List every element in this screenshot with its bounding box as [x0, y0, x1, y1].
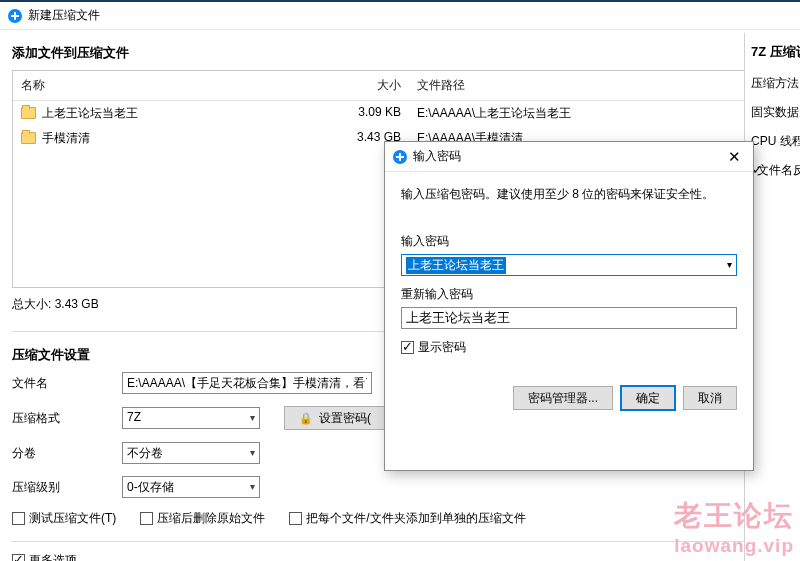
- format-combo[interactable]: 7Z▾: [122, 407, 260, 429]
- column-size[interactable]: 大小: [341, 71, 409, 100]
- encrypt-filename-checkbox[interactable]: 文件名反: [751, 162, 794, 179]
- chevron-down-icon: ▾: [250, 481, 255, 492]
- cancel-button[interactable]: 取消: [683, 386, 737, 410]
- app-icon: [8, 9, 22, 23]
- folder-icon: [21, 132, 36, 144]
- chevron-down-icon: ▾: [250, 412, 255, 423]
- right-panel-item: 固实数据大: [751, 104, 794, 121]
- file-name: 手模清清: [42, 131, 90, 145]
- password-label: 输入密码: [401, 233, 737, 250]
- ok-button[interactable]: 确定: [621, 386, 675, 410]
- checkbox-icon: [140, 512, 153, 525]
- titlebar: 新建压缩文件: [0, 2, 800, 30]
- add-files-heading: 添加文件到压缩文件: [12, 44, 788, 62]
- split-label: 分卷: [12, 445, 122, 462]
- split-combo[interactable]: 不分卷▾: [122, 442, 260, 464]
- separate-archives-checkbox[interactable]: 把每个文件/文件夹添加到单独的压缩文件: [289, 510, 525, 527]
- chevron-down-icon: ▾: [250, 447, 255, 458]
- level-combo[interactable]: 0-仅存储▾: [122, 476, 260, 498]
- window-title: 新建压缩文件: [28, 7, 100, 24]
- close-icon[interactable]: ✕: [724, 148, 745, 166]
- folder-icon: [21, 107, 36, 119]
- dialog-hint: 输入压缩包密码。建议使用至少 8 位的密码来保证安全性。: [401, 186, 737, 203]
- test-archive-checkbox[interactable]: 测试压缩文件(T): [12, 510, 116, 527]
- set-password-button[interactable]: 设置密码(: [284, 406, 386, 430]
- file-path: E:\AAAAA\上老王论坛当老王: [409, 101, 787, 126]
- file-list-header: 名称 大小 文件路径: [13, 71, 787, 101]
- dialog-titlebar: 输入密码 ✕: [385, 142, 753, 172]
- password-manager-button[interactable]: 密码管理器...: [513, 386, 613, 410]
- more-options-toggle[interactable]: 更多选项...: [12, 552, 788, 561]
- checkbox-icon: [289, 512, 302, 525]
- format-label: 压缩格式: [12, 410, 122, 427]
- delete-after-checkbox[interactable]: 压缩后删除原始文件: [140, 510, 265, 527]
- right-panel-title: 7Z 压缩设: [751, 43, 794, 61]
- file-name: 上老王论坛当老王: [42, 106, 138, 120]
- checkbox-icon: [401, 341, 414, 354]
- file-size: 3.09 KB: [341, 101, 409, 126]
- column-name[interactable]: 名称: [13, 71, 341, 100]
- lock-icon: [299, 411, 313, 425]
- filename-input[interactable]: [122, 372, 372, 394]
- watermark: 老王论坛 laowang.vip: [674, 497, 794, 557]
- divider: [12, 541, 788, 542]
- dialog-icon: [393, 150, 407, 164]
- password-combo[interactable]: 上老王论坛当老王 ▾: [401, 254, 737, 276]
- confirm-password-label: 重新输入密码: [401, 286, 737, 303]
- right-panel-item: CPU 线程数: [751, 133, 794, 150]
- level-label: 压缩级别: [12, 479, 122, 496]
- show-password-checkbox[interactable]: 显示密码: [401, 339, 737, 356]
- filename-label: 文件名: [12, 375, 122, 392]
- dialog-title: 输入密码: [413, 148, 461, 165]
- confirm-password-input[interactable]: [401, 307, 737, 329]
- table-row[interactable]: 上老王论坛当老王 3.09 KB E:\AAAAA\上老王论坛当老王: [13, 101, 787, 126]
- checkbox-icon: [12, 512, 25, 525]
- column-path[interactable]: 文件路径: [409, 71, 787, 100]
- checkbox-icon: [12, 554, 25, 561]
- password-dialog: 输入密码 ✕ 输入压缩包密码。建议使用至少 8 位的密码来保证安全性。 输入密码…: [384, 141, 754, 471]
- right-panel-item: 压缩方法: [751, 75, 794, 92]
- chevron-down-icon: ▾: [727, 259, 732, 270]
